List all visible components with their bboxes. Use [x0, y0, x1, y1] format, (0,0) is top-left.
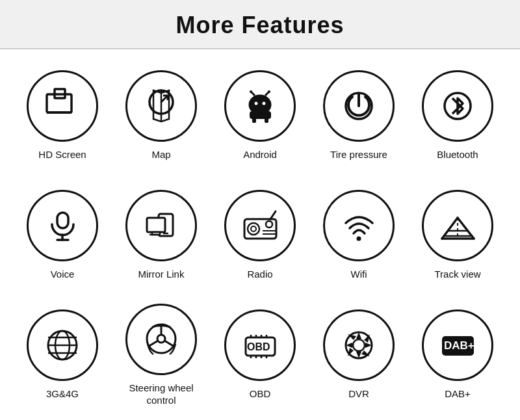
- obd-icon: OBD: [239, 324, 281, 367]
- voice-icon-circle: [27, 190, 98, 261]
- obd-label: OBD: [250, 387, 271, 400]
- bluetooth-icon: [437, 85, 479, 127]
- feature-voice: Voice: [13, 176, 112, 295]
- feature-bluetooth: Bluetooth: [408, 56, 507, 176]
- steering-wheel-icon: [140, 318, 183, 360]
- tire-pressure-icon-circle: [323, 70, 395, 142]
- svg-line-49: [148, 341, 158, 347]
- 3g4g-icon-circle: [27, 309, 98, 381]
- svg-text:DAB+: DAB+: [444, 339, 474, 352]
- mirror-link-icon-circle: [125, 190, 197, 261]
- android-icon-circle: [224, 70, 296, 142]
- radio-icon-circle: [224, 190, 296, 261]
- map-icon-circle: [125, 70, 197, 142]
- dab-plus-label: DAB+: [445, 387, 471, 400]
- hd-screen-icon-circle: [27, 70, 98, 142]
- svg-point-62: [353, 339, 365, 351]
- feature-mirror-link: Mirror Link: [112, 176, 211, 295]
- svg-point-29: [251, 226, 256, 231]
- svg-point-30: [266, 221, 272, 228]
- tire-pressure-icon: [338, 85, 380, 127]
- steering-wheel-label: Steering wheel control: [114, 382, 208, 407]
- steering-wheel-icon-circle: [125, 304, 197, 375]
- mirror-link-label: Mirror Link: [138, 268, 185, 281]
- feature-android: Android: [211, 56, 309, 176]
- mirror-link-icon: [140, 205, 183, 247]
- dab-plus-icon: DAB+: [437, 324, 479, 367]
- svg-line-33: [270, 211, 276, 219]
- header: More Features: [0, 0, 520, 49]
- radio-icon: [239, 205, 281, 247]
- svg-rect-16: [265, 118, 268, 123]
- svg-point-8: [254, 101, 257, 105]
- map-label: Map: [151, 148, 170, 161]
- hd-screen-icon: [42, 85, 84, 127]
- feature-map: Map: [112, 56, 211, 176]
- wifi-icon-circle: [323, 190, 395, 261]
- feature-steering-wheel: Steering wheel control: [112, 295, 211, 415]
- dvr-label: DVR: [348, 387, 369, 400]
- feature-tire-pressure: Tire pressure: [309, 56, 408, 176]
- svg-rect-15: [252, 118, 256, 123]
- svg-rect-19: [57, 213, 68, 228]
- dvr-icon: [338, 324, 380, 367]
- bluetooth-label: Bluetooth: [437, 148, 478, 161]
- svg-rect-0: [47, 94, 72, 112]
- feature-track-view: Track view: [408, 176, 507, 295]
- tire-pressure-label: Tire pressure: [330, 148, 387, 161]
- feature-obd: OBD OBD: [211, 295, 309, 415]
- svg-point-28: [248, 223, 259, 235]
- feature-wifi: Wifi: [309, 176, 408, 295]
- wifi-icon: [338, 205, 380, 247]
- feature-dvr: DVR: [309, 295, 408, 415]
- bluetooth-icon-circle: [422, 70, 493, 142]
- android-icon: [239, 85, 281, 127]
- svg-rect-14: [250, 111, 271, 119]
- wifi-label: Wifi: [351, 268, 367, 281]
- track-view-label: Track view: [434, 268, 480, 281]
- feature-dab-plus: DAB+ DAB+: [408, 295, 507, 415]
- feature-radio: Radio: [211, 176, 309, 295]
- page-title: More Features: [0, 12, 520, 39]
- voice-label: Voice: [51, 268, 75, 281]
- svg-point-47: [157, 335, 165, 343]
- svg-rect-24: [147, 218, 165, 232]
- svg-point-12: [250, 90, 252, 93]
- svg-point-7: [250, 96, 270, 114]
- svg-point-13: [268, 90, 270, 93]
- dab-plus-icon-circle: DAB+: [422, 309, 493, 381]
- 3g4g-label: 3G&4G: [46, 387, 79, 400]
- voice-icon: [42, 205, 84, 247]
- features-grid: HD Screen Map: [0, 49, 520, 420]
- 3g4g-icon: [42, 324, 84, 367]
- radio-label: Radio: [247, 268, 272, 281]
- track-view-icon-circle: [422, 190, 493, 261]
- feature-3g4g: 3G&4G: [13, 295, 112, 415]
- svg-point-9: [262, 101, 265, 105]
- svg-line-50: [164, 341, 174, 347]
- track-view-icon: [437, 205, 479, 247]
- svg-text:OBD: OBD: [247, 341, 270, 352]
- android-label: Android: [243, 148, 277, 161]
- map-icon: [140, 85, 183, 127]
- obd-icon-circle: OBD: [224, 309, 296, 381]
- feature-hd-screen: HD Screen: [13, 56, 112, 176]
- hd-screen-label: HD Screen: [38, 148, 86, 161]
- dvr-icon-circle: [323, 309, 395, 381]
- svg-point-34: [356, 236, 361, 241]
